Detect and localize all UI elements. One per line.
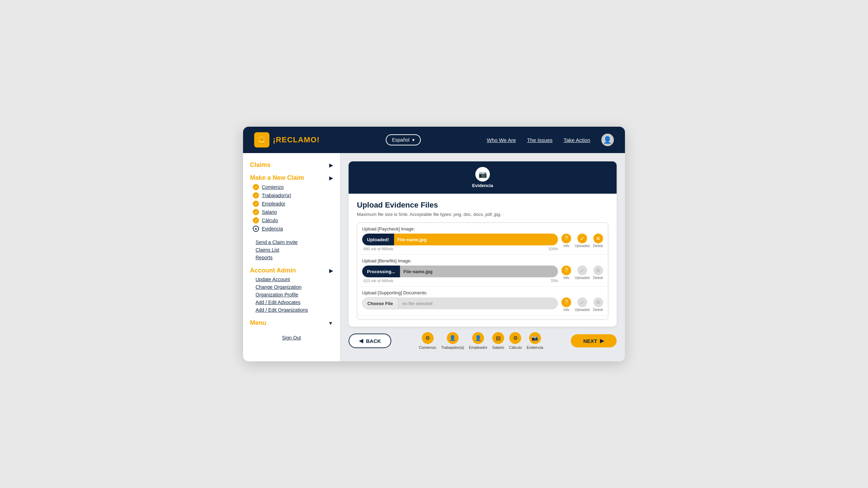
step-circle-trabajadora: ✓ xyxy=(253,192,259,199)
supporting1-info-btn[interactable]: ? xyxy=(561,297,571,307)
nav-the-issues[interactable]: The Issues xyxy=(527,137,552,143)
step-circle-empleador: ✓ xyxy=(253,201,259,207)
step-calculo: ✓ Cálculo xyxy=(250,216,333,225)
step-comienzo: ✓ Comienzo xyxy=(250,183,333,191)
new-claim-arrow-icon: ▶ xyxy=(329,175,333,181)
paycheck-delete-btn[interactable]: ✕ xyxy=(593,234,603,243)
supporting1-uploaded-btn: ✓ xyxy=(577,297,587,307)
benefits-info-btn[interactable]: ? xyxy=(561,266,571,275)
sidebar-add-edit-advocates[interactable]: Add / Edit Advocates xyxy=(250,298,333,306)
sidebar-section-claims: Claims ▶ xyxy=(250,161,333,169)
back-button[interactable]: ◀ BACK xyxy=(349,334,391,348)
step-salario: ✓ Salario xyxy=(250,208,333,216)
form-card: 📷 Evidencia Upload Evidence Files Maximu… xyxy=(349,161,617,327)
prog-circle-empleador: 👤 xyxy=(472,332,484,344)
paycheck-uploaded-label: Uploaded xyxy=(575,244,590,248)
upload-supporting1-label: Upload [Supporting] Documents: xyxy=(362,290,603,295)
content-area: 📷 Evidencia Upload Evidence Files Maximu… xyxy=(340,153,625,361)
sidebar: Claims ▶ Make a New Claim ▶ ✓ Comienzo ✓… xyxy=(243,153,340,361)
menu-arrow-icon: ▼ xyxy=(328,320,333,326)
benefits-uploaded-label: Uploaded xyxy=(575,276,590,280)
step-circle-evidencia: ● xyxy=(253,226,259,232)
upload-benefits-label: Upload [Benefits] Image: xyxy=(362,258,603,263)
no-file-text-1: no file selected xyxy=(398,297,558,309)
benefits-uploaded-btn: ✓ xyxy=(577,266,587,275)
upload-paycheck-label: Upload [Paycheck] Image: xyxy=(362,226,603,232)
form-subtitle: Maximum file size is 5mb. Acceptable fil… xyxy=(357,212,608,217)
benefits-delete-label: Delete xyxy=(593,276,603,280)
benefits-info-label: Info xyxy=(564,276,569,280)
lang-selector[interactable]: Español ▾ xyxy=(386,134,421,145)
prog-evidencia: 📷 Evidencia xyxy=(527,332,543,350)
nav-who-we-are[interactable]: Who We Are xyxy=(487,137,516,143)
header: ✊ ¡RECLAMO! Español ▾ Who We Are The Iss… xyxy=(243,127,625,153)
sidebar-link-send-invite[interactable]: Send a Claim Invite xyxy=(250,238,333,246)
step-empleador: ✓ Empleador xyxy=(250,200,333,208)
logo-area: ✊ ¡RECLAMO! xyxy=(254,132,320,148)
sidebar-link-reports[interactable]: Reports xyxy=(250,254,333,261)
step-circle-calculo: ✓ xyxy=(253,217,259,224)
paycheck-status: Uploaded! xyxy=(362,234,394,245)
upload-supporting2-label: Upload [Supporting] Documents: xyxy=(362,319,603,320)
paycheck-info-label: Info xyxy=(564,244,569,248)
prog-circle-salario: ▤ xyxy=(492,332,504,344)
step-circle-comienzo: ✓ xyxy=(253,184,259,190)
paycheck-info-btn[interactable]: ? xyxy=(561,234,571,243)
sidebar-organization-profile[interactable]: Organization Profile xyxy=(250,291,333,298)
prog-circle-evidencia: 📷 xyxy=(529,332,541,344)
upload-row-supporting-1: Upload [Supporting] Documents: Choose Fi… xyxy=(357,287,608,315)
camera-icon: 📷 xyxy=(475,167,490,182)
logo-text: ¡RECLAMO! xyxy=(273,135,320,144)
sidebar-section-menu: Menu ▼ xyxy=(250,319,333,327)
upload-row-benefits: Upload [Benefits] Image: Processing... F… xyxy=(357,255,608,287)
step-evidencia: ● Evidencia xyxy=(250,225,333,233)
sidebar-change-organization[interactable]: Change Organization xyxy=(250,283,333,291)
benefits-delete-btn: ✕ xyxy=(593,266,603,275)
paycheck-actions: ? Info ✓ Uploaded ✕ Dele xyxy=(561,234,603,248)
paycheck-uploaded-btn[interactable]: ✓ xyxy=(577,234,587,243)
nav-links: Who We Are The Issues Take Action 👤 xyxy=(487,134,614,146)
paycheck-filename: File-name.jpg xyxy=(394,234,558,245)
form-card-body: Upload Evidence Files Maximum file size … xyxy=(349,194,617,327)
paycheck-progress-bar: Uploaded! File-name.jpg xyxy=(362,234,558,245)
step-circle-salario: ✓ xyxy=(253,209,259,215)
benefits-progress-text: 623 mb of 890mb xyxy=(362,279,393,283)
chevron-down-icon: ▾ xyxy=(412,137,415,143)
claims-arrow-icon: ▶ xyxy=(329,162,333,168)
logo-icon: ✊ xyxy=(254,132,269,148)
sign-out-link[interactable]: Sign Out xyxy=(250,335,333,340)
choose-file-btn-1[interactable]: Choose File xyxy=(362,297,398,309)
prog-circle-calculo: ⚙ xyxy=(509,332,521,344)
app-window: ✊ ¡RECLAMO! Español ▾ Who We Are The Iss… xyxy=(243,127,625,361)
sidebar-section-account: Account Admin ▶ xyxy=(250,267,333,274)
nav-take-action[interactable]: Take Action xyxy=(564,137,590,143)
paycheck-progress-text: 890 mb of 890mb xyxy=(362,247,393,251)
prog-circle-comienzo: ⚙ xyxy=(422,332,434,344)
next-button[interactable]: NEXT ▶ xyxy=(571,334,617,347)
prog-circle-trabajadora: 👤 xyxy=(447,332,459,344)
supporting1-uploaded-label: Uploaded xyxy=(575,308,590,312)
upload-row-paycheck: Upload [Paycheck] Image: Uploaded! File-… xyxy=(357,223,608,255)
supporting1-delete-btn: ✕ xyxy=(593,297,603,307)
step-trabajadora: ✓ Trabajador(a) xyxy=(250,191,333,200)
benefits-status: Processing... xyxy=(362,266,400,277)
language-dropdown[interactable]: Español ▾ xyxy=(386,134,421,145)
sidebar-link-claims-list[interactable]: Claims List xyxy=(250,246,333,254)
paycheck-delete-label: Delete xyxy=(593,244,603,248)
paycheck-progress-pct: 100% xyxy=(547,247,558,251)
sidebar-add-edit-organizations[interactable]: Add / Edit Organizations xyxy=(250,306,333,314)
sidebar-section-new-claim: Make a New Claim ▶ xyxy=(250,174,333,182)
form-title: Upload Evidence Files xyxy=(357,201,608,210)
prog-trabajadora: 👤 Trabajador(a) xyxy=(441,332,464,350)
supporting1-actions: ? Info ✓ Uploaded ✕ Dele xyxy=(561,297,603,312)
supporting1-delete-label: Delete xyxy=(593,308,603,312)
user-avatar[interactable]: 👤 xyxy=(601,134,614,146)
benefits-filename: File-name.jpg xyxy=(400,266,558,277)
benefits-actions: ? Info ✓ Uploaded ✕ Dele xyxy=(561,266,603,280)
prog-comienzo: ⚙ Comienzo xyxy=(419,332,436,350)
supporting1-info-label: Info xyxy=(564,308,569,312)
prog-salario: ▤ Salario xyxy=(492,332,504,350)
main-layout: Claims ▶ Make a New Claim ▶ ✓ Comienzo ✓… xyxy=(243,153,625,361)
sidebar-update-account[interactable]: Update Account xyxy=(250,276,333,283)
step-progress: ⚙ Comienzo 👤 Trabajador(a) 👤 Empleador ▤… xyxy=(419,332,543,350)
